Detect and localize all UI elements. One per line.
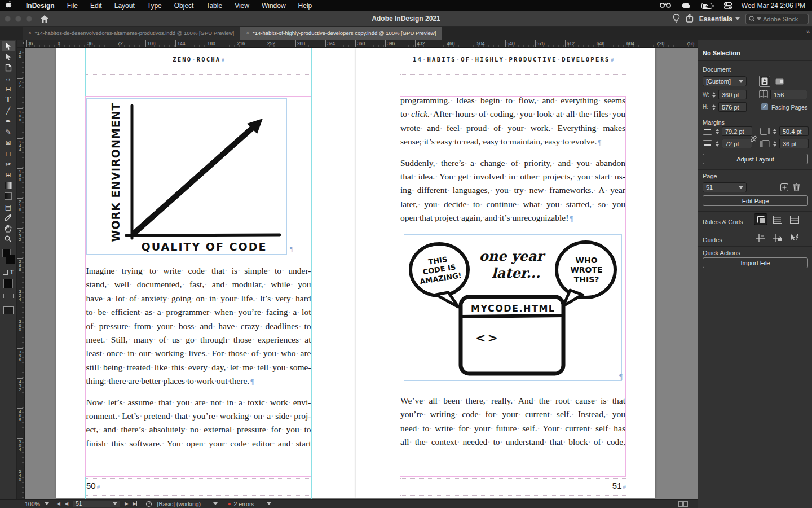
close-icon[interactable]: × xyxy=(246,30,249,36)
document-viewport[interactable]: ZENO· ROCHA# 14· HABITS· OF· HIGHLY· PRO… xyxy=(25,48,698,499)
formatting-affects-text-button[interactable]: T xyxy=(10,269,14,275)
menu-item-layout[interactable]: Layout xyxy=(114,2,135,10)
bottom-margin-stepper[interactable] xyxy=(714,139,720,148)
show-rulers-button[interactable] xyxy=(754,213,767,225)
gradient-swatch-tool[interactable] xyxy=(2,180,15,191)
body-text-right[interactable]: programming.· Ideas· begin· to· flow,· a… xyxy=(400,94,625,233)
width-field[interactable]: 360 pt xyxy=(718,90,747,99)
vertical-ruler[interactable]: 3672108144180216252288324360396432468504… xyxy=(17,48,25,499)
pen-tool[interactable]: ✒ xyxy=(2,116,15,126)
delete-page-trash-icon[interactable] xyxy=(793,183,800,192)
direct-selection-tool[interactable] xyxy=(2,51,15,62)
menu-item-window[interactable]: Window xyxy=(262,2,286,10)
cloud-menubar-icon[interactable] xyxy=(681,2,691,9)
menu-item-help[interactable]: Help xyxy=(298,2,312,10)
stroke-swatch[interactable] xyxy=(6,255,15,264)
scissors-tool[interactable]: ✂ xyxy=(2,159,15,169)
document-preset-select[interactable]: [Custom] xyxy=(703,76,747,86)
preflight-icon[interactable] xyxy=(145,501,152,507)
horizontal-ruler[interactable]: 3603672108144180216252288324360396432468… xyxy=(25,40,698,48)
zoom-level[interactable]: 100% xyxy=(25,501,40,507)
spread-view-icon[interactable] xyxy=(678,501,688,507)
menu-item-view[interactable]: View xyxy=(235,2,249,10)
height-stepper[interactable] xyxy=(710,102,717,112)
share-icon[interactable] xyxy=(686,14,694,25)
chevron-down-icon[interactable] xyxy=(213,502,218,505)
body-text-right-lower[interactable]: We’ve· all· been· there,· really.· And· … xyxy=(400,394,625,457)
baseline-grid-button[interactable] xyxy=(771,213,784,225)
zoom-tool[interactable] xyxy=(2,234,15,244)
previous-page-button[interactable]: ◀ xyxy=(65,501,68,506)
portrait-orientation-button[interactable] xyxy=(759,76,770,87)
top-margin-field[interactable]: 79.2 pt xyxy=(722,126,752,136)
last-page-button[interactable]: ▶ xyxy=(133,501,138,506)
selection-tool[interactable] xyxy=(2,41,15,51)
rectangle-tool[interactable]: ◻ xyxy=(2,148,15,159)
note-tool[interactable]: ▤ xyxy=(2,202,15,212)
unlink-margins-icon[interactable] xyxy=(750,135,757,144)
illustration-image-frame[interactable]: THIS CODE IS AMAZING! one year later... … xyxy=(404,234,622,381)
import-file-button[interactable]: Import File xyxy=(703,257,808,268)
page-tool[interactable] xyxy=(2,62,15,73)
control-center-menubar-icon[interactable] xyxy=(724,2,732,9)
chart-image-frame[interactable]: WORK ENVIRONMENT QUALITY OF CODE xyxy=(86,98,287,255)
add-page-icon[interactable] xyxy=(780,183,788,192)
height-field[interactable]: 576 pt xyxy=(718,102,747,112)
menu-item-object[interactable]: Object xyxy=(174,2,194,10)
pencil-tool[interactable]: ✎ xyxy=(2,126,15,137)
smart-guides-button[interactable] xyxy=(788,231,801,243)
normal-view-mode-button[interactable] xyxy=(3,294,14,301)
apple-menu-icon[interactable] xyxy=(6,1,14,11)
glasses-menubar-icon[interactable] xyxy=(660,2,671,9)
menu-item-table[interactable]: Table xyxy=(206,2,222,10)
formatting-affects-container-button[interactable] xyxy=(3,270,8,275)
outside-margin-stepper[interactable] xyxy=(771,126,778,136)
preview-screen-mode-button[interactable] xyxy=(3,306,14,314)
menu-item-type[interactable]: Type xyxy=(147,2,162,10)
body-text-left[interactable]: Imagine· trying· to· write· code· that· … xyxy=(86,264,311,458)
gradient-feather-tool[interactable] xyxy=(2,191,15,202)
menu-item-indesign[interactable]: InDesign xyxy=(26,2,55,10)
adobe-stock-search-input[interactable]: Adobe Stock xyxy=(745,14,809,24)
tab-overflow-icon[interactable]: » xyxy=(806,28,810,35)
inside-margin-stepper[interactable] xyxy=(771,139,778,148)
page-number-input[interactable]: 51 xyxy=(73,501,120,507)
landscape-orientation-button[interactable] xyxy=(774,76,785,87)
menu-item-file[interactable]: File xyxy=(67,2,78,10)
chevron-down-icon[interactable] xyxy=(267,502,271,505)
free-transform-tool[interactable]: ⊞ xyxy=(2,169,15,180)
error-count[interactable]: 2 errors xyxy=(234,501,254,507)
ruler-origin-corner[interactable] xyxy=(17,40,25,48)
edit-page-button[interactable]: Edit Page xyxy=(703,195,808,206)
width-stepper[interactable] xyxy=(710,90,717,99)
page-number-select[interactable]: 51 xyxy=(703,182,747,192)
chevron-down-icon[interactable] xyxy=(45,502,49,505)
next-page-button[interactable]: ▶ xyxy=(125,501,128,506)
battery-menubar-icon[interactable] xyxy=(701,3,714,9)
document-grid-button[interactable] xyxy=(788,213,801,225)
show-guides-button[interactable] xyxy=(754,231,767,243)
lock-guides-button[interactable] xyxy=(771,231,784,243)
document-tab-active[interactable]: × *14-habits-of-highly-productive-develo… xyxy=(240,27,442,40)
workspace-switcher[interactable]: Essentials xyxy=(699,15,740,23)
first-page-button[interactable]: ◀ xyxy=(56,501,60,506)
gap-tool[interactable]: ↔ xyxy=(2,73,15,84)
document-tab-inactive[interactable]: × *14-habitos-de-desenvolvedores-altamen… xyxy=(23,27,240,40)
learn-lightbulb-icon[interactable] xyxy=(673,14,680,25)
type-tool[interactable]: T xyxy=(2,94,15,105)
facing-pages-checkbox[interactable]: ✓ xyxy=(761,103,768,110)
apply-color-button[interactable] xyxy=(3,279,13,288)
preflight-profile[interactable]: [Basic] (working) xyxy=(157,501,201,507)
eyedropper-tool[interactable] xyxy=(2,212,15,223)
bottom-margin-field[interactable]: 72 pt xyxy=(722,139,752,148)
fill-stroke-swatches[interactable] xyxy=(2,249,15,266)
inside-margin-field[interactable]: 36 pt xyxy=(779,139,809,148)
outside-margin-field[interactable]: 50.4 pt xyxy=(779,126,809,136)
hand-tool[interactable] xyxy=(2,223,15,234)
pages-count-field[interactable]: 156 xyxy=(770,90,807,99)
line-tool[interactable]: ╱ xyxy=(2,105,15,116)
close-icon[interactable]: × xyxy=(28,30,32,36)
adjust-layout-button[interactable]: Adjust Layout xyxy=(703,154,808,164)
top-margin-stepper[interactable] xyxy=(714,126,720,136)
content-collector-tool[interactable]: ⊟ xyxy=(2,84,15,94)
